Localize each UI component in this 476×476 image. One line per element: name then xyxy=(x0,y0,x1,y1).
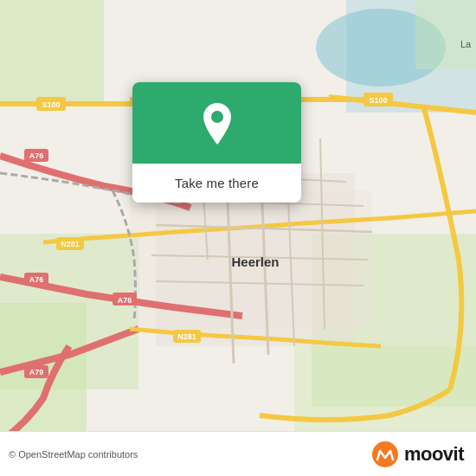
map-container: S100 S100 S100 A76 A76 A76 A79 N281 N281… xyxy=(0,0,476,476)
osm-credit: © OpenStreetMap contributors xyxy=(9,449,138,460)
svg-point-44 xyxy=(372,441,398,467)
svg-text:A76: A76 xyxy=(29,275,44,284)
svg-text:A79: A79 xyxy=(29,368,44,376)
moovit-icon xyxy=(371,441,399,468)
svg-text:A76: A76 xyxy=(29,151,44,160)
popup-header xyxy=(132,82,301,164)
svg-text:N281: N281 xyxy=(61,240,80,248)
take-me-there-button[interactable]: Take me there xyxy=(132,164,301,203)
bottom-bar: © OpenStreetMap contributors moovit xyxy=(0,431,476,476)
svg-rect-5 xyxy=(415,0,476,69)
map-roads: S100 S100 S100 A76 A76 A76 A79 N281 N281… xyxy=(0,0,476,476)
svg-rect-0 xyxy=(0,0,104,104)
moovit-brand-text: moovit xyxy=(404,443,464,466)
svg-text:S100: S100 xyxy=(369,96,387,105)
svg-text:S100: S100 xyxy=(42,100,60,109)
svg-point-43 xyxy=(211,111,223,123)
svg-text:A76: A76 xyxy=(118,296,132,305)
location-pin-icon xyxy=(198,101,236,148)
svg-text:La: La xyxy=(460,39,472,49)
moovit-logo: moovit xyxy=(371,441,464,468)
svg-text:Heerlen: Heerlen xyxy=(231,254,279,269)
popup-card: Take me there xyxy=(132,82,301,203)
svg-text:N281: N281 xyxy=(177,332,196,341)
